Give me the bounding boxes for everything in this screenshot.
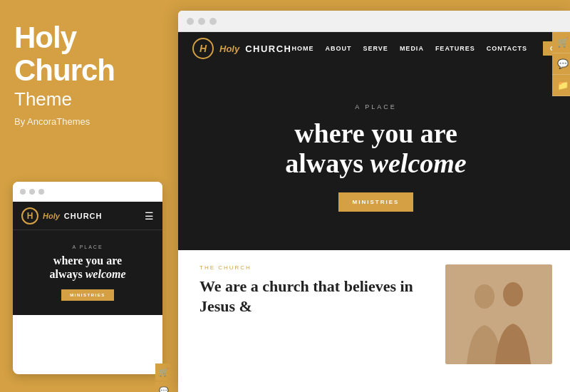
mobile-dot-2 bbox=[29, 189, 35, 195]
desktop-menu: HOME ABOUT SERVE MEDIA FEATURES CONTACTS… bbox=[292, 41, 570, 56]
svg-point-2 bbox=[503, 282, 523, 306]
mobile-logo-text-italic: Holy bbox=[43, 212, 60, 220]
mobile-logo-icon: H bbox=[21, 207, 38, 225]
desktop-nav: H Holy CHURCH HOME ABOUT SERVE MEDIA FEA… bbox=[178, 32, 570, 65]
desktop-section-label: THE CHURCH bbox=[200, 264, 431, 271]
desktop-headline: where you are always welcome bbox=[285, 119, 466, 179]
left-panel: Holy Church Theme By AncoraThemes H Holy… bbox=[0, 0, 175, 392]
theme-title: Holy Church Theme By AncoraThemes bbox=[14, 21, 160, 127]
desktop-hero: A PLACE where you are always welcome MIN… bbox=[178, 65, 570, 250]
mobile-icon-2[interactable]: 💬 bbox=[155, 382, 172, 392]
desktop-icon-cart[interactable]: 🛒 bbox=[552, 32, 570, 53]
desktop-couple-image bbox=[445, 264, 552, 364]
desktop-right-icons: 🛒 💬 📁 bbox=[552, 32, 570, 96]
mobile-headline: where you are always welcome bbox=[23, 254, 152, 281]
menu-media[interactable]: MEDIA bbox=[400, 45, 424, 52]
menu-serve[interactable]: SERVE bbox=[363, 45, 388, 52]
desktop-logo-bold: CHURCH bbox=[245, 43, 291, 54]
desktop-dot-3 bbox=[209, 18, 217, 25]
mobile-hamburger-icon[interactable]: ☰ bbox=[145, 211, 154, 221]
mobile-side-icons: 🛒 💬 📁 bbox=[155, 363, 172, 392]
desktop-preview: H Holy CHURCH HOME ABOUT SERVE MEDIA FEA… bbox=[178, 11, 570, 392]
couple-svg bbox=[445, 264, 552, 364]
title-line2: Church bbox=[14, 54, 160, 87]
mobile-dot-3 bbox=[38, 189, 44, 195]
desktop-bottom-headline: We are a church that believes in Jesus & bbox=[200, 277, 431, 316]
desktop-bottom-section: THE CHURCH We are a church that believes… bbox=[178, 250, 570, 392]
desktop-icon-chat[interactable]: 💬 bbox=[552, 53, 570, 75]
mobile-icon-1[interactable]: 🛒 bbox=[155, 363, 172, 381]
desktop-logo-italic: Holy bbox=[219, 43, 239, 54]
desktop-ministries-button[interactable]: MINISTRIES bbox=[338, 192, 414, 212]
desktop-titlebar bbox=[178, 11, 570, 32]
theme-subtitle: Theme bbox=[14, 88, 160, 110]
title-line1: Holy bbox=[14, 21, 160, 54]
desktop-logo: H Holy CHURCH bbox=[192, 38, 292, 59]
mobile-logo: H Holy CHURCH bbox=[21, 207, 103, 225]
desktop-icon-folder[interactable]: 📁 bbox=[552, 75, 570, 96]
mobile-dot-1 bbox=[20, 189, 26, 195]
mobile-logo-text-bold: CHURCH bbox=[64, 212, 103, 220]
menu-contacts[interactable]: CONTACTS bbox=[487, 45, 527, 52]
mobile-hero: A PLACE where you are always welcome MIN… bbox=[13, 230, 162, 315]
desktop-logo-icon: H bbox=[192, 38, 214, 59]
mobile-preview: H Holy CHURCH ☰ A PLACE where you are al… bbox=[13, 182, 162, 374]
mobile-nav: H Holy CHURCH ☰ bbox=[13, 202, 162, 230]
mobile-a-place: A PLACE bbox=[23, 244, 152, 249]
svg-point-1 bbox=[475, 284, 494, 309]
menu-features[interactable]: FEATURES bbox=[435, 45, 475, 52]
desktop-bottom-text: THE CHURCH We are a church that believes… bbox=[200, 264, 431, 378]
desktop-a-place-label: A PLACE bbox=[355, 103, 397, 110]
desktop-dot-2 bbox=[198, 18, 205, 25]
mobile-ministries-button[interactable]: MINISTRIES bbox=[61, 289, 113, 301]
menu-about[interactable]: ABOUT bbox=[326, 45, 352, 52]
mobile-titlebar bbox=[13, 182, 162, 202]
desktop-dot-1 bbox=[187, 18, 194, 25]
theme-by: By AncoraThemes bbox=[14, 116, 160, 127]
menu-home[interactable]: HOME bbox=[292, 45, 314, 52]
